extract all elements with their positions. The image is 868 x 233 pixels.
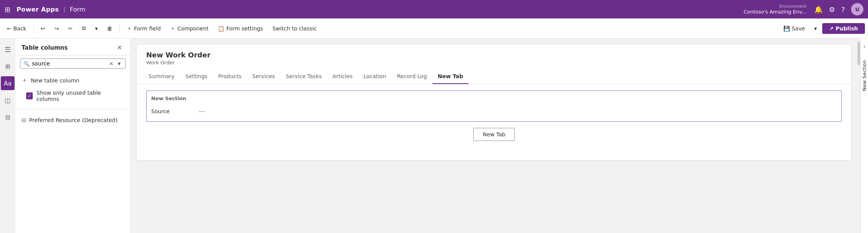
delete-icon: 🗑 [107, 25, 112, 32]
switch-to-classic-button[interactable]: Switch to classic [269, 23, 321, 34]
form-title-area: New Work Order Work Order [137, 45, 851, 65]
tab-summary[interactable]: Summary [143, 69, 180, 84]
cut-icon: ✂ [68, 25, 73, 32]
toolbar: ← Back ↩ ↪ ✂ ⧉ ▾ 🗑 ＋ Form field ＋ Compon… [0, 18, 868, 39]
copy-button[interactable]: ⧉ [78, 23, 90, 34]
back-button[interactable]: ← Back [3, 23, 30, 34]
filter-icon: ▼ [117, 61, 122, 67]
scrollbar-track [857, 39, 860, 233]
show-unused-checkbox[interactable]: ✓ [26, 92, 33, 99]
column-item-icon: ⊟ [22, 117, 26, 123]
sidebar-icon-rail: ☰ ⊞ Aa ◫ ⊟ [0, 39, 15, 233]
field-label: Source [151, 108, 190, 114]
search-filter-button[interactable]: ▼ [116, 61, 122, 67]
help-icon[interactable]: ? [841, 5, 845, 13]
new-tab-button[interactable]: New Tab [473, 128, 515, 141]
tab-articles[interactable]: Articles [327, 69, 358, 84]
publish-button[interactable]: ↗ Publish [822, 23, 865, 34]
delete-button[interactable]: 🗑 [103, 23, 116, 34]
sidebar-item-data[interactable]: ⊟ [1, 110, 15, 124]
right-panel: › New Section [860, 39, 868, 233]
panel-close-button[interactable]: ✕ [115, 43, 124, 52]
new-table-column-button[interactable]: ＋ New table column [20, 73, 126, 87]
undo-icon: ↩ [41, 25, 45, 32]
search-icon: 🔍 [23, 61, 30, 67]
env-label: Environment [780, 4, 806, 9]
collapse-sidebar-button[interactable]: ☰ [2, 43, 13, 56]
notification-icon[interactable]: 🔔 [814, 5, 823, 13]
redo-icon: ↪ [54, 25, 59, 32]
app-grid-icon[interactable]: ⊞ [5, 5, 10, 13]
add-form-field-button[interactable]: ＋ Form field [123, 23, 165, 34]
new-tab-button-container: New Tab [146, 128, 842, 141]
tab-services[interactable]: Services [247, 69, 280, 84]
new-table-column-label: New table column [31, 77, 79, 84]
nav-separator: | [63, 6, 65, 12]
form-card: New Work Order Work Order Summary Settin… [137, 45, 851, 160]
tab-settings[interactable]: Settings [180, 69, 213, 84]
table-columns-panel: Table columns ✕ 🔍 ✕ ▼ ＋ New table column… [15, 39, 131, 233]
copy-icon: ⧉ [82, 25, 86, 32]
tab-service-tasks[interactable]: Service Tasks [280, 69, 327, 84]
form-subtitle: Work Order [146, 60, 842, 65]
sidebar-item-components[interactable]: ◫ [1, 93, 15, 107]
main-layout: ☰ ⊞ Aa ◫ ⊟ Table columns ✕ 🔍 ✕ ▼ ＋ New t… [0, 39, 868, 233]
toolbar-divider-1 [33, 23, 34, 34]
field-value: --- [199, 108, 205, 114]
add-component-button[interactable]: ＋ Component [166, 23, 212, 34]
sidebar-item-layers[interactable]: ⊞ [1, 59, 15, 73]
right-panel-section-label: New Section [861, 57, 868, 94]
search-clear-button[interactable]: ✕ [109, 61, 114, 67]
sidebar-item-form[interactable]: Aa [1, 76, 15, 90]
cut-button[interactable]: ✂ [64, 23, 77, 34]
right-panel-collapse-button[interactable]: › [862, 39, 867, 54]
avatar[interactable]: U [851, 3, 863, 15]
app-name: Power Apps [17, 6, 59, 13]
tab-record-log[interactable]: Record Log [392, 69, 432, 84]
save-dropdown-arrow-icon: ▾ [814, 25, 817, 32]
environment-block: Environment Contoso's Amazing Env... [744, 4, 807, 15]
scrollbar-thumb[interactable] [858, 42, 860, 65]
tab-location[interactable]: Location [358, 69, 392, 84]
switch-classic-label: Switch to classic [272, 25, 317, 32]
publish-label: Publish [836, 25, 858, 32]
form-content: New Section Source --- New Tab [137, 84, 851, 147]
nav-icons: 🔔 ⚙ ? U [814, 3, 863, 15]
save-label: Save [792, 25, 805, 32]
column-item-label: Preferred Resource (Deprecated) [29, 117, 118, 123]
field-row: Source --- [151, 106, 837, 117]
env-name: Contoso's Amazing Env... [744, 9, 807, 15]
panel-actions: ＋ New table column ✓ Show only unused ta… [15, 72, 130, 106]
settings-icon[interactable]: ⚙ [829, 5, 835, 13]
tab-new-tab[interactable]: New Tab [432, 69, 469, 84]
form-title: New Work Order [146, 51, 842, 59]
search-input[interactable] [32, 60, 107, 67]
panel-divider [15, 109, 130, 109]
plus-icon-component: ＋ [170, 25, 175, 32]
dropdown-arrow-icon: ▾ [95, 25, 98, 32]
publish-icon: ↗ [829, 25, 834, 32]
section-title: New Section [151, 96, 837, 101]
component-label: Component [177, 25, 209, 32]
list-item[interactable]: ⊟ Preferred Resource (Deprecated) [20, 114, 126, 126]
form-field-label: Form field [134, 25, 161, 32]
save-button[interactable]: 💾 Save [780, 23, 809, 34]
canvas-area: New Work Order Work Order Summary Settin… [131, 39, 857, 233]
show-unused-checkbox-row[interactable]: ✓ Show only unused table columns [25, 87, 121, 104]
form-tabs: Summary Settings Products Services Servi… [137, 69, 851, 84]
save-dropdown-button[interactable]: ▾ [810, 23, 821, 34]
redo-button[interactable]: ↪ [50, 23, 63, 34]
form-label: Form [70, 6, 85, 13]
back-label: Back [13, 25, 27, 32]
column-list: ⊟ Preferred Resource (Deprecated) [15, 112, 130, 128]
show-unused-label: Show only unused table columns [37, 90, 120, 102]
back-arrow-icon: ← [7, 25, 12, 32]
plus-icon-form-field: ＋ [127, 25, 132, 32]
paste-dropdown-button[interactable]: ▾ [91, 23, 102, 34]
top-navigation: ⊞ Power Apps | Form Environment Contoso'… [0, 0, 868, 18]
save-icon: 💾 [783, 25, 790, 32]
form-settings-icon: 📋 [218, 25, 224, 32]
form-settings-button[interactable]: 📋 Form settings [214, 23, 267, 34]
tab-products[interactable]: Products [213, 69, 247, 84]
undo-button[interactable]: ↩ [37, 23, 49, 34]
